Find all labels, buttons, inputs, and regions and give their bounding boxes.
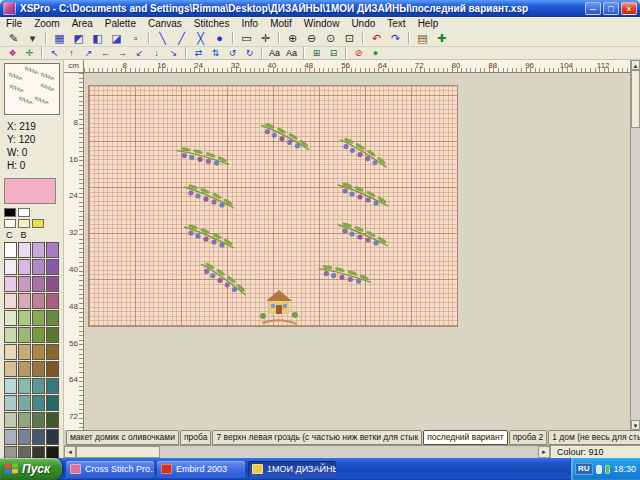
quarter-stitch-icon[interactable]: ◧ bbox=[88, 30, 107, 47]
palette-swatch[interactable] bbox=[46, 344, 59, 360]
palette-swatch[interactable] bbox=[32, 293, 45, 309]
cut-icon[interactable]: ⊟ bbox=[325, 46, 342, 60]
canvas-viewport[interactable] bbox=[84, 73, 630, 430]
menu-canvas[interactable]: Canvas bbox=[142, 18, 188, 29]
palette-swatch[interactable] bbox=[4, 310, 17, 326]
motif-arrow-down-icon[interactable]: ↓ bbox=[148, 46, 165, 60]
menu-area[interactable]: Area bbox=[66, 18, 99, 29]
motif-arrow-left-icon[interactable]: ← bbox=[97, 46, 114, 60]
palette-swatch[interactable] bbox=[18, 310, 31, 326]
text-large-icon[interactable]: Aa bbox=[283, 46, 300, 60]
motif-arrow-up-icon[interactable]: ↑ bbox=[63, 46, 80, 60]
copy-icon[interactable]: ⊞ bbox=[308, 46, 325, 60]
palette-swatch[interactable] bbox=[46, 361, 59, 377]
palette-swatch[interactable] bbox=[4, 361, 17, 377]
motif-branch[interactable] bbox=[335, 180, 391, 214]
pattern-tab[interactable]: 7 верхн левая гроздь (с частью ниж ветки… bbox=[212, 430, 422, 445]
horizontal-scroll-thumb[interactable] bbox=[76, 446, 160, 458]
french-knot-icon[interactable]: ● bbox=[210, 30, 229, 47]
motif-branch[interactable] bbox=[333, 134, 393, 175]
title-bar[interactable]: XSPro - C:\Documents and Settings\Rimma\… bbox=[0, 0, 640, 17]
motif-branch[interactable] bbox=[335, 220, 391, 254]
motif-branch[interactable] bbox=[181, 182, 237, 216]
palette-swatch[interactable] bbox=[46, 242, 59, 258]
menu-motif[interactable]: Motif bbox=[264, 18, 298, 29]
language-indicator[interactable]: RU bbox=[575, 463, 593, 475]
pattern-tab[interactable]: последний вариант bbox=[423, 430, 508, 445]
select-tool-icon[interactable]: ▭ bbox=[237, 30, 256, 47]
palette-swatch[interactable] bbox=[32, 378, 45, 394]
palette-swatch[interactable] bbox=[18, 361, 31, 377]
palette-swatch[interactable] bbox=[46, 412, 59, 428]
menu-text[interactable]: Text bbox=[381, 18, 411, 29]
palette-swatch[interactable] bbox=[32, 395, 45, 411]
palette-swatch[interactable] bbox=[4, 429, 17, 445]
palette-swatch[interactable] bbox=[4, 242, 17, 258]
mini-swatch[interactable] bbox=[32, 219, 44, 228]
pattern-tab[interactable]: проба bbox=[180, 430, 211, 445]
taskbar-task[interactable]: Embird 2003 bbox=[157, 461, 245, 478]
scroll-up-button[interactable]: ▲ bbox=[631, 60, 640, 70]
petite-stitch-icon[interactable]: ▫ bbox=[126, 30, 145, 47]
horizontal-scrollbar[interactable]: ◄ ► bbox=[64, 445, 550, 458]
palette-swatch[interactable] bbox=[32, 276, 45, 292]
palette-swatch[interactable] bbox=[46, 429, 59, 445]
zoom-fit-icon[interactable]: ⊡ bbox=[340, 30, 359, 47]
mini-swatch[interactable] bbox=[18, 208, 30, 217]
apply-icon[interactable]: ● bbox=[367, 46, 384, 60]
motif-arrow-up-right-icon[interactable]: ↗ bbox=[80, 46, 97, 60]
design-canvas[interactable] bbox=[88, 85, 458, 327]
menu-file[interactable]: File bbox=[0, 18, 28, 29]
backstitch-cross-icon[interactable]: ╳ bbox=[191, 30, 210, 47]
backstitch-icon[interactable]: ╲ bbox=[153, 30, 172, 47]
palette-swatch[interactable] bbox=[18, 276, 31, 292]
motif-branch[interactable] bbox=[192, 259, 254, 304]
text-small-icon[interactable]: Aa bbox=[266, 46, 283, 60]
palette-swatch[interactable] bbox=[4, 327, 17, 343]
zoom-actual-icon[interactable]: ⊙ bbox=[321, 30, 340, 47]
move-tool-icon[interactable]: ✛ bbox=[256, 30, 275, 47]
half-stitch-icon[interactable]: ◩ bbox=[69, 30, 88, 47]
palette-swatch[interactable] bbox=[32, 429, 45, 445]
start-button[interactable]: Пуск bbox=[0, 458, 62, 480]
motif-arrow-down-right-icon[interactable]: ↘ bbox=[165, 46, 182, 60]
maximize-button[interactable]: □ bbox=[603, 2, 619, 15]
menu-zoom[interactable]: Zoom bbox=[28, 18, 66, 29]
palette-swatch[interactable] bbox=[32, 412, 45, 428]
full-stitch-icon[interactable]: ▦ bbox=[50, 30, 69, 47]
vertical-scroll-thumb[interactable] bbox=[631, 70, 640, 128]
palette-swatch[interactable] bbox=[4, 378, 17, 394]
palette-swatch[interactable] bbox=[18, 395, 31, 411]
motif-branch[interactable] bbox=[173, 138, 233, 179]
motif-branch[interactable] bbox=[315, 256, 375, 297]
palette-swatch[interactable] bbox=[4, 344, 17, 360]
pencil-dropdown-caret-icon[interactable]: ▾ bbox=[23, 30, 42, 47]
palette-swatch[interactable] bbox=[32, 242, 45, 258]
flip-vertical-icon[interactable]: ⇅ bbox=[207, 46, 224, 60]
vertical-scrollbar[interactable]: ▲ ▼ bbox=[630, 60, 640, 430]
pencil-tool-icon[interactable]: ✎ bbox=[4, 30, 23, 47]
motif-arrow-up-left-icon[interactable]: ↖ bbox=[46, 46, 63, 60]
tray-icon-1[interactable] bbox=[596, 465, 602, 474]
rotate-right-icon[interactable]: ↻ bbox=[241, 46, 258, 60]
taskbar-task[interactable]: Cross Stitch Pro... bbox=[66, 461, 154, 478]
zoom-out-icon[interactable]: ⊖ bbox=[302, 30, 321, 47]
palette-swatch[interactable] bbox=[18, 378, 31, 394]
pattern-tab[interactable]: макет домик с оливочками bbox=[66, 430, 179, 445]
undo-icon[interactable]: ↶ bbox=[367, 30, 386, 47]
motif-house[interactable] bbox=[257, 286, 301, 330]
pattern-preview[interactable] bbox=[4, 63, 60, 115]
palette-swatch[interactable] bbox=[46, 378, 59, 394]
scroll-down-button[interactable]: ▼ bbox=[631, 420, 640, 430]
backstitch-half-icon[interactable]: ╱ bbox=[172, 30, 191, 47]
palette-swatch[interactable] bbox=[32, 310, 45, 326]
motif-branch[interactable] bbox=[256, 120, 314, 158]
menu-info[interactable]: Info bbox=[235, 18, 264, 29]
palette-icon[interactable]: ❖ bbox=[4, 46, 21, 60]
motif-arrow-right-icon[interactable]: → bbox=[114, 46, 131, 60]
palette-swatch[interactable] bbox=[46, 327, 59, 343]
mini-swatch[interactable] bbox=[4, 219, 16, 228]
palette-swatch[interactable] bbox=[18, 327, 31, 343]
three-quarter-stitch-icon[interactable]: ◪ bbox=[107, 30, 126, 47]
center-view-icon[interactable]: ✚ bbox=[432, 30, 451, 47]
